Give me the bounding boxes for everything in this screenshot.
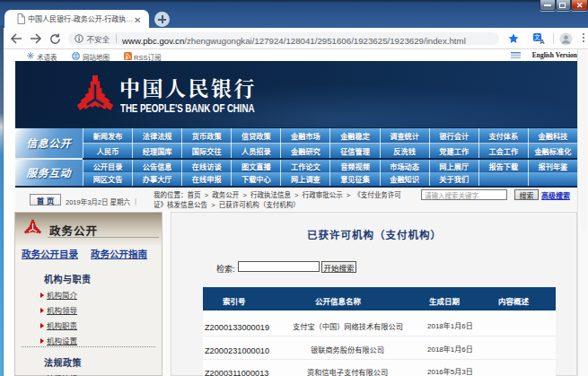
svg-text:A: A	[540, 38, 545, 44]
